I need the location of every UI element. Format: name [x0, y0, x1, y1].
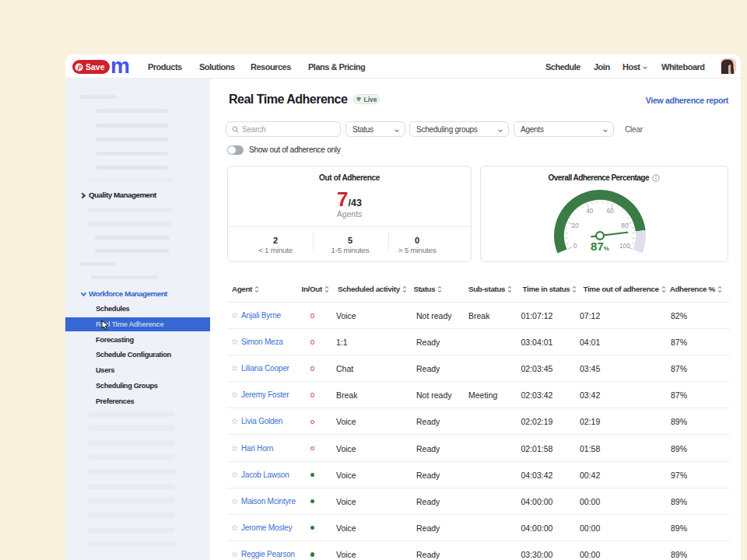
svg-text:60: 60 [607, 208, 615, 215]
svg-text:0: 0 [573, 243, 577, 250]
svg-text:40: 40 [586, 208, 594, 215]
svg-text:80: 80 [621, 222, 629, 229]
svg-text:87%: 87% [591, 240, 609, 253]
svg-text:100: 100 [619, 243, 630, 250]
svg-text:20: 20 [572, 222, 580, 229]
